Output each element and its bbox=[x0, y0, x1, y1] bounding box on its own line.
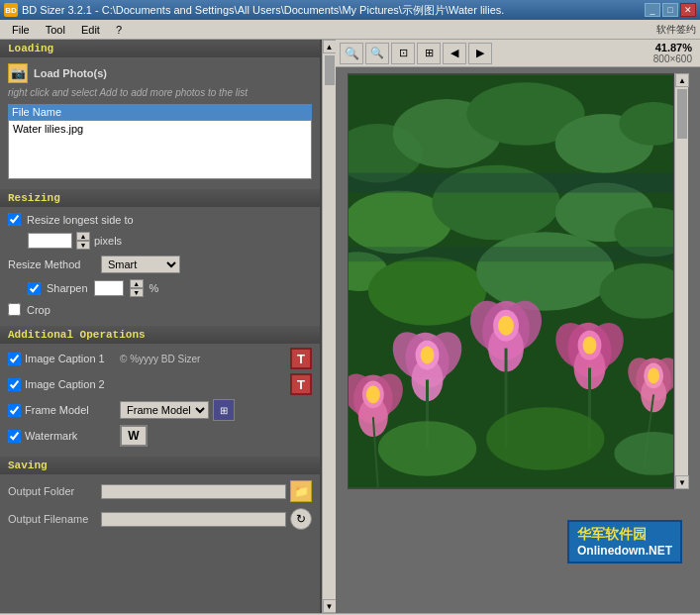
preview-scroll-thumb[interactable] bbox=[677, 89, 687, 139]
minimize-button[interactable]: _ bbox=[645, 3, 660, 17]
svg-point-21 bbox=[421, 347, 435, 364]
preview-scroll-down[interactable]: ▼ bbox=[675, 475, 689, 489]
frame-select[interactable]: Frame Model 1 Frame Model 2 bbox=[120, 401, 209, 419]
output-folder-input[interactable]: C:\Documents and Settings\xiaolian bbox=[101, 484, 286, 499]
sharpen-checkbox[interactable] bbox=[28, 282, 41, 295]
hint-text: right click and select Add to add more p… bbox=[8, 87, 312, 98]
spin-up-button[interactable]: ▲ bbox=[76, 232, 90, 241]
load-photos-icon: 📷 bbox=[8, 63, 28, 83]
svg-point-27 bbox=[498, 316, 514, 336]
file-list-item[interactable]: Water lilies.jpg bbox=[9, 121, 311, 137]
load-photos-button[interactable]: Load Photo(s) bbox=[34, 67, 107, 79]
sharpen-spin-down[interactable]: ▼ bbox=[130, 288, 144, 297]
refresh-button[interactable]: ↻ bbox=[290, 508, 312, 530]
svg-point-12 bbox=[476, 232, 614, 311]
sharpen-input[interactable]: 10 bbox=[94, 280, 124, 296]
watermark-label: Watermark bbox=[25, 430, 116, 442]
actual-size-button[interactable]: ⊞ bbox=[417, 43, 441, 64]
watermark-w-button[interactable]: W bbox=[120, 425, 148, 447]
caption1-checkbox[interactable] bbox=[8, 353, 21, 365]
frame-label: Frame Model bbox=[25, 404, 116, 416]
close-button[interactable]: ✕ bbox=[680, 3, 696, 17]
loading-section-header: Loading bbox=[0, 40, 320, 57]
watermark-line1: 华军软件园 bbox=[577, 526, 672, 544]
spin-down-button[interactable]: ▼ bbox=[76, 241, 90, 250]
watermark-line2: Onlinedown.NET bbox=[577, 544, 672, 558]
resize-method-label: Resize Method bbox=[8, 258, 97, 270]
watermark-checkbox[interactable] bbox=[8, 430, 21, 443]
svg-point-45 bbox=[366, 385, 380, 403]
svg-point-11 bbox=[368, 256, 486, 326]
frame-checkbox[interactable] bbox=[8, 404, 21, 417]
svg-point-51 bbox=[378, 421, 476, 476]
pixels-input[interactable]: 800 bbox=[28, 233, 72, 249]
sharpen-spin-up[interactable]: ▲ bbox=[130, 279, 144, 288]
svg-point-39 bbox=[648, 367, 659, 383]
title-bar-text: BD Sizer 3.2.1 - C:\Documents and Settin… bbox=[22, 3, 645, 18]
prev-button[interactable]: ◀ bbox=[443, 43, 466, 64]
sharpen-unit: % bbox=[150, 282, 159, 294]
svg-rect-15 bbox=[349, 247, 673, 261]
caption2-t-button[interactable]: T bbox=[290, 373, 312, 395]
top-right-label: 软件签约 bbox=[656, 23, 696, 37]
caption2-label: Image Caption 2 bbox=[25, 378, 116, 390]
maximize-button[interactable]: □ bbox=[662, 3, 678, 17]
additional-ops-section-header: Additional Operations bbox=[0, 326, 320, 344]
file-list: Water lilies.jpg bbox=[8, 120, 312, 179]
image-preview bbox=[348, 73, 674, 489]
crop-checkbox[interactable] bbox=[8, 303, 21, 316]
caption1-label: Image Caption 1 bbox=[25, 353, 116, 364]
left-scroll-down[interactable]: ▼ bbox=[323, 599, 337, 613]
svg-point-52 bbox=[486, 407, 604, 470]
resize-longest-label: Resize longest side to bbox=[27, 214, 134, 226]
app-icon: BD bbox=[4, 3, 18, 17]
zoom-in-button[interactable]: 🔍 bbox=[340, 43, 363, 64]
preview-scroll-up[interactable]: ▲ bbox=[675, 73, 689, 87]
svg-point-33 bbox=[583, 337, 597, 355]
left-scroll-thumb[interactable] bbox=[325, 55, 335, 85]
caption1-value: © %yyyy BD Sizer bbox=[120, 354, 286, 364]
caption1-t-button[interactable]: T bbox=[290, 348, 312, 369]
zoom-out-button[interactable]: 🔍 bbox=[365, 43, 389, 64]
svg-rect-14 bbox=[349, 173, 673, 193]
output-filename-input[interactable]: sized_%FileName.%FileExtension bbox=[101, 512, 286, 527]
output-filename-label: Output Filename bbox=[8, 513, 97, 525]
caption2-checkbox[interactable] bbox=[8, 378, 21, 391]
menu-help[interactable]: ? bbox=[108, 22, 130, 38]
watermark-overlay: 华军软件园 Onlinedown.NET bbox=[567, 520, 682, 564]
crop-label: Crop bbox=[27, 304, 50, 316]
pixels-unit: pixels bbox=[94, 235, 122, 247]
menu-edit[interactable]: Edit bbox=[73, 22, 108, 38]
resize-method-select[interactable]: Smart Lanczos Bilinear Bicubic bbox=[101, 256, 180, 273]
frame-grid-button[interactable]: ⊞ bbox=[213, 399, 235, 421]
fit-window-button[interactable]: ⊡ bbox=[391, 43, 415, 64]
browse-folder-button[interactable]: 📁 bbox=[290, 480, 312, 502]
next-button[interactable]: ▶ bbox=[468, 43, 492, 64]
saving-section-header: Saving bbox=[0, 457, 320, 474]
zoom-percent: 41.87% bbox=[655, 42, 692, 53]
menu-file[interactable]: File bbox=[4, 22, 38, 38]
file-list-header: File Name bbox=[8, 104, 312, 120]
resize-longest-checkbox[interactable] bbox=[8, 213, 21, 226]
resizing-section-header: Resizing bbox=[0, 189, 320, 207]
output-folder-label: Output Folder bbox=[8, 485, 97, 497]
sharpen-label: Sharpen bbox=[47, 282, 88, 294]
image-size: 800×600 bbox=[653, 53, 692, 64]
left-scroll-up[interactable]: ▲ bbox=[323, 40, 337, 53]
menu-tool[interactable]: Tool bbox=[38, 22, 73, 38]
